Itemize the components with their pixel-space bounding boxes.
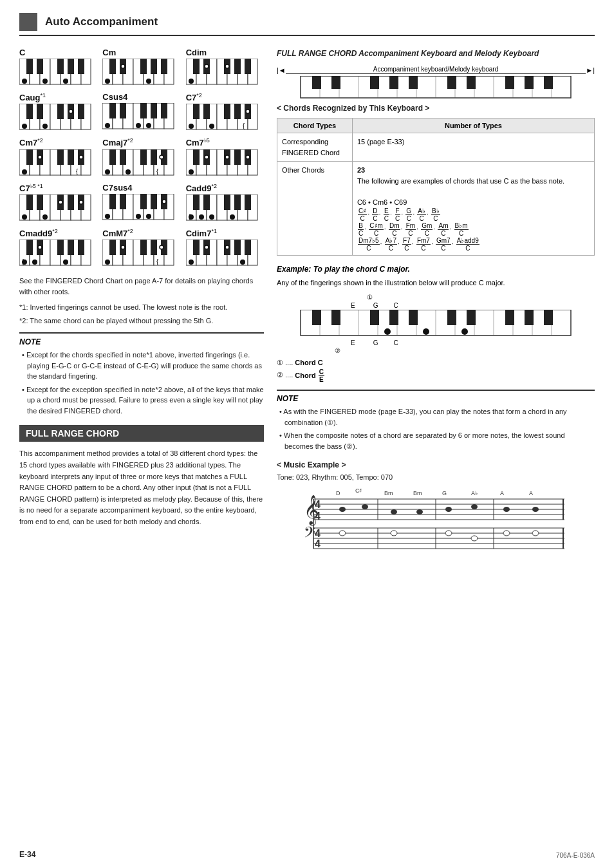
- svg-rect-282: [505, 310, 514, 325]
- svg-rect-278: [389, 310, 398, 325]
- svg-rect-257: [467, 76, 476, 89]
- fracs-row1: C♯C· DC· EC· FC· GC· A♭C· B♭C: [357, 210, 441, 218]
- svg-point-57: [22, 124, 27, 129]
- chord-result-2: ② .... Chord CE: [277, 368, 595, 383]
- svg-rect-252: [331, 76, 340, 89]
- svg-point-305: [362, 504, 368, 509]
- svg-text:A: A: [500, 490, 504, 496]
- svg-rect-279: [409, 310, 418, 325]
- chord-cm-name: Cm: [102, 48, 116, 57]
- svg-point-235: [225, 245, 229, 249]
- svg-point-43: [205, 64, 209, 68]
- chord-cm-diagram: [102, 59, 174, 86]
- chord-cmm7: CmM7*2: [102, 228, 180, 267]
- svg-point-138: [246, 155, 250, 159]
- right-column: FULL RANGE CHORD Accompaniment Keyboard …: [277, 48, 595, 552]
- chord-cmaj7-diagram: {: [102, 149, 174, 176]
- svg-text:4: 4: [315, 538, 321, 549]
- chord-c7-diagram: {: [186, 104, 258, 131]
- svg-rect-228: [193, 240, 200, 255]
- svg-rect-281: [467, 310, 476, 325]
- chord-cadd9-diagram: {: [186, 194, 258, 222]
- chord-cmm7-diagram: {: [102, 240, 174, 267]
- svg-rect-84: [224, 104, 230, 119]
- svg-point-135: [189, 169, 194, 175]
- svg-rect-130: [193, 149, 200, 165]
- chord-c7-name: C7*2: [186, 92, 202, 102]
- note-right-item-2: • When the composite notes of a chord ar…: [277, 430, 595, 451]
- svg-rect-98: [26, 149, 33, 165]
- svg-point-186: [230, 214, 235, 220]
- svg-rect-255: [409, 76, 418, 89]
- chord-caug-diagram: [19, 104, 91, 131]
- main-content: C: [19, 48, 595, 552]
- svg-point-28: [121, 64, 125, 68]
- svg-rect-115: [120, 149, 126, 165]
- header-icon: [19, 13, 37, 31]
- chord-c7sus4-diagram: [102, 194, 174, 221]
- svg-point-121: [160, 155, 163, 159]
- svg-rect-146: [26, 194, 33, 210]
- svg-rect-68: [120, 103, 126, 118]
- chord-c-name: C: [19, 48, 25, 57]
- svg-point-119: [105, 169, 110, 175]
- svg-rect-37: [193, 59, 200, 74]
- full-range-text: This accompaniment method provides a tot…: [19, 448, 264, 527]
- note-item-2: • Except for the exception specified in …: [19, 384, 264, 417]
- chord-csus4: Csus4: [102, 92, 180, 131]
- svg-point-306: [391, 509, 397, 514]
- svg-point-325: [471, 536, 478, 541]
- note-right-item-1: • As with the FINGERED mode (page E-33),…: [277, 406, 595, 428]
- note-item-1: • Except for the chords specified in not…: [19, 350, 264, 382]
- table-col1-header: Chord Types: [277, 118, 353, 133]
- chord-c7b5: C7♭5 *1: [19, 183, 97, 222]
- svg-point-72: [105, 123, 110, 128]
- key-labels-egc: E G C: [277, 302, 595, 309]
- chord-results: ① .... Chord C ② .... Chord CE: [277, 357, 595, 384]
- svg-point-287: [461, 328, 468, 335]
- svg-rect-114: [109, 149, 116, 165]
- svg-rect-283: [525, 310, 534, 325]
- svg-rect-280: [447, 310, 456, 325]
- arrow-row: |◄ Accompaniment keyboard/Melody keyboar…: [277, 66, 595, 74]
- svg-rect-54: [57, 104, 64, 119]
- svg-point-88: [209, 124, 214, 129]
- table-row1-col2: 15 (page E-33): [352, 133, 594, 162]
- svg-point-322: [339, 531, 346, 536]
- chord-types-table: Chord Types Number of Types Correspondin…: [277, 118, 595, 256]
- chord-cmadd9-name: Cmadd9*2: [19, 228, 58, 238]
- chord-caug: Caug*1: [19, 92, 97, 131]
- chord-grid: C: [19, 48, 264, 267]
- accomp-keyboard-svg: /* rendered inline below */: [277, 76, 595, 99]
- chord-cm: Cm: [102, 48, 180, 86]
- svg-rect-259: [525, 76, 534, 89]
- page: Auto Accompaniment C: [0, 0, 614, 868]
- svg-rect-101: [68, 149, 74, 165]
- svg-point-327: [532, 531, 539, 536]
- svg-point-326: [503, 531, 510, 536]
- chord-cmaj7: Cmaj7*2: [102, 137, 180, 176]
- music-info: Tone: 023, Rhythm: 005, Tempo: 070: [277, 473, 595, 481]
- svg-point-304: [339, 507, 346, 512]
- svg-point-323: [391, 531, 397, 536]
- svg-point-311: [532, 507, 539, 512]
- svg-rect-67: [109, 103, 116, 118]
- note-right: NOTE • As with the FINGERED mode (page E…: [277, 390, 595, 451]
- svg-rect-22: [109, 59, 116, 74]
- svg-point-167: [105, 214, 110, 219]
- svg-rect-284: [544, 310, 553, 325]
- svg-point-13: [42, 79, 48, 84]
- svg-point-14: [63, 79, 68, 84]
- svg-point-136: [205, 155, 209, 159]
- chord-cm7: Cm7*2: [19, 137, 97, 176]
- svg-point-286: [423, 328, 429, 335]
- svg-point-324: [445, 531, 452, 536]
- svg-rect-253: [370, 76, 379, 89]
- svg-rect-254: [389, 76, 398, 89]
- staff-svg: 4 4 𝄞 D C♯ Bm Bm G A♭ A A: [277, 486, 595, 551]
- svg-point-89: [246, 109, 250, 113]
- svg-point-104: [38, 155, 42, 159]
- svg-rect-199: [78, 240, 84, 255]
- svg-rect-214: [140, 240, 147, 255]
- svg-rect-24: [140, 59, 147, 74]
